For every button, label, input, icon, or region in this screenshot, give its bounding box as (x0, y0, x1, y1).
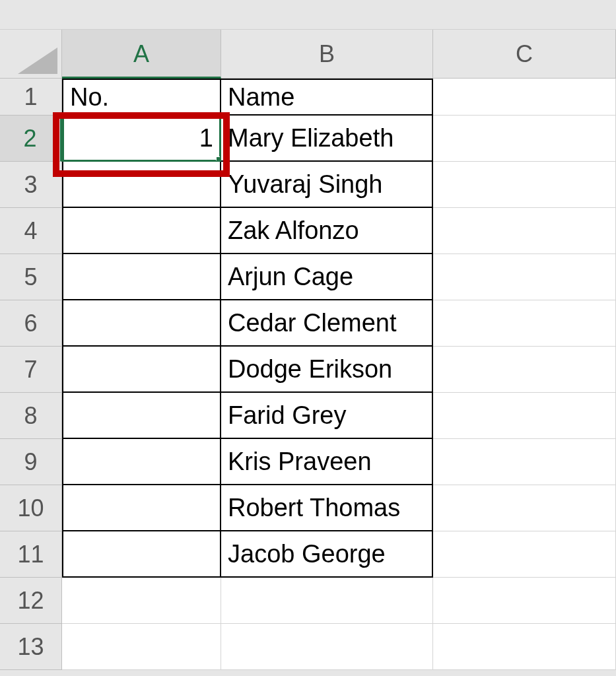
cell-C7[interactable] (433, 347, 616, 393)
row-3: 3 Yuvaraj Singh (0, 162, 616, 208)
cell-B3[interactable]: Yuvaraj Singh (221, 162, 433, 208)
cell-C13[interactable] (433, 624, 616, 670)
cell-B1[interactable]: Name (221, 79, 433, 116)
cell-A8[interactable] (62, 393, 221, 439)
cell-C11[interactable] (433, 531, 616, 578)
cell-C1[interactable] (433, 79, 616, 116)
row-header-13[interactable]: 13 (0, 624, 62, 670)
row-1: 1 No. Name (0, 79, 616, 116)
cell-B9[interactable]: Kris Praveen (221, 439, 433, 485)
cell-C2[interactable] (433, 116, 616, 162)
cell-B13[interactable] (221, 624, 433, 670)
cell-B12[interactable] (221, 578, 433, 624)
row-header-12[interactable]: 12 (0, 578, 62, 624)
row-9: 9 Kris Praveen (0, 439, 616, 485)
row-header-9[interactable]: 9 (0, 439, 62, 485)
cell-C4[interactable] (433, 208, 616, 254)
cell-C12[interactable] (433, 578, 616, 624)
cell-A2[interactable]: 1 (62, 116, 221, 162)
row-11: 11 Jacob George (0, 531, 616, 578)
cell-A7[interactable] (62, 347, 221, 393)
row-12: 12 (0, 578, 616, 624)
worksheet-grid: A B C 1 No. Name 2 1 Mary Elizabeth 3 Yu… (0, 30, 616, 670)
column-header-A[interactable]: A (62, 30, 221, 79)
row-8: 8 Farid Grey (0, 393, 616, 439)
column-header-C[interactable]: C (433, 30, 616, 79)
cell-B2[interactable]: Mary Elizabeth (221, 116, 433, 162)
cell-B8[interactable]: Farid Grey (221, 393, 433, 439)
row-header-7[interactable]: 7 (0, 347, 62, 393)
select-all-corner[interactable] (0, 30, 62, 79)
row-header-8[interactable]: 8 (0, 393, 62, 439)
row-4: 4 Zak Alfonzo (0, 208, 616, 254)
cell-A10[interactable] (62, 485, 221, 531)
cell-C8[interactable] (433, 393, 616, 439)
row-header-10[interactable]: 10 (0, 485, 62, 531)
cell-A11[interactable] (62, 531, 221, 578)
row-6: 6 Cedar Clement (0, 300, 616, 347)
cell-B5[interactable]: Arjun Cage (221, 254, 433, 300)
cell-C3[interactable] (433, 162, 616, 208)
row-header-1[interactable]: 1 (0, 79, 62, 116)
cell-C9[interactable] (433, 439, 616, 485)
column-header-row: A B C (0, 30, 616, 79)
row-header-3[interactable]: 3 (0, 162, 62, 208)
cell-A3[interactable] (62, 162, 221, 208)
row-7: 7 Dodge Erikson (0, 347, 616, 393)
cell-B7[interactable]: Dodge Erikson (221, 347, 433, 393)
cell-A5[interactable] (62, 254, 221, 300)
cell-B11[interactable]: Jacob George (221, 531, 433, 578)
cell-A1[interactable]: No. (62, 79, 221, 116)
row-2: 2 1 Mary Elizabeth (0, 116, 616, 162)
row-header-5[interactable]: 5 (0, 254, 62, 300)
row-13: 13 (0, 624, 616, 670)
cell-A12[interactable] (62, 578, 221, 624)
cell-B6[interactable]: Cedar Clement (221, 300, 433, 347)
cell-B4[interactable]: Zak Alfonzo (221, 208, 433, 254)
row-header-11[interactable]: 11 (0, 531, 62, 578)
cell-A9[interactable] (62, 439, 221, 485)
row-10: 10 Robert Thomas (0, 485, 616, 531)
cell-C10[interactable] (433, 485, 616, 531)
cell-C5[interactable] (433, 254, 616, 300)
cell-C6[interactable] (433, 300, 616, 347)
cell-A13[interactable] (62, 624, 221, 670)
spreadsheet-viewport: A B C 1 No. Name 2 1 Mary Elizabeth 3 Yu… (0, 0, 616, 676)
cell-B10[interactable]: Robert Thomas (221, 485, 433, 531)
row-header-6[interactable]: 6 (0, 300, 62, 347)
cell-A4[interactable] (62, 208, 221, 254)
row-header-4[interactable]: 4 (0, 208, 62, 254)
row-header-2[interactable]: 2 (0, 116, 62, 162)
cell-A6[interactable] (62, 300, 221, 347)
ribbon-strip (0, 0, 616, 30)
row-5: 5 Arjun Cage (0, 254, 616, 300)
column-header-B[interactable]: B (221, 30, 433, 79)
